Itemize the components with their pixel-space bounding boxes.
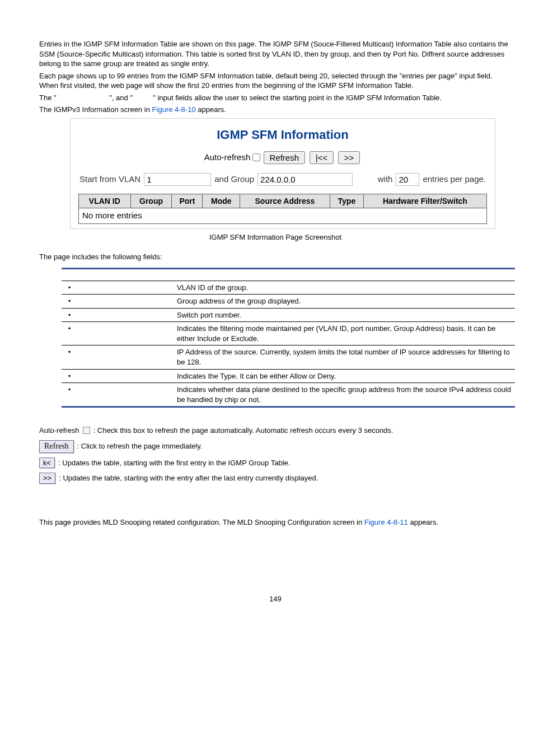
table-header-row: VLAN ID Group Port Mode Source Address T… — [79, 194, 487, 208]
figure-title: IGMP SFM Information — [78, 127, 487, 143]
table-empty-row: No more entries — [79, 208, 487, 223]
start-from-vlan-label: Start from VLAN — [79, 174, 140, 185]
buttons-description: Auto-refresh : Check this box to refresh… — [39, 426, 512, 484]
intro-para-3: The "Start from VLAN", and "Group" input… — [39, 93, 512, 103]
col-mode: Mode — [203, 194, 240, 208]
fields-row: •VLAN ID of the group. — [62, 281, 515, 295]
col-hw-filter: Hardware Filter/Switch — [363, 194, 486, 208]
entries-suffix-label: entries per page. — [423, 174, 486, 185]
footer-paragraph: This page provides MLD Snooping related … — [39, 517, 512, 528]
col-vlan-id: VLAN ID — [79, 194, 131, 208]
fields-lead: The page includes the following fields: — [39, 252, 512, 262]
with-label: with — [378, 174, 393, 185]
refresh-button[interactable]: Refresh — [264, 151, 306, 164]
intro-para-4: The IGMPv3 Information screen in Figure … — [39, 105, 512, 115]
filter-row: Start from VLAN and Group with entries p… — [79, 173, 486, 186]
next-page-button-icon: >> — [39, 473, 55, 484]
figure-link-4-8-11[interactable]: Figure 4-8-11 — [364, 518, 408, 526]
no-more-entries: No more entries — [79, 208, 487, 223]
auto-refresh-label: Auto-refresh — [204, 152, 251, 162]
intro-para-1: Entries in the IGMP SFM Information Tabl… — [39, 39, 512, 69]
col-port: Port — [172, 194, 203, 208]
checkbox-icon — [83, 427, 90, 434]
page-number: 149 — [39, 594, 512, 604]
first-page-button[interactable]: |<< — [310, 151, 334, 164]
fields-table: •VLAN ID of the group. •Group address of… — [62, 268, 515, 408]
next-page-button[interactable]: >> — [338, 151, 360, 164]
col-type: Type — [330, 194, 363, 208]
group-address-input[interactable] — [257, 173, 353, 186]
igmp-sfm-figure: IGMP SFM Information Auto-refresh Refres… — [70, 118, 495, 229]
start-vlan-input[interactable] — [144, 173, 211, 186]
next-page-desc: : Updates the table, starting with the e… — [59, 473, 318, 483]
and-group-label: and Group — [214, 174, 254, 185]
sfm-data-table: VLAN ID Group Port Mode Source Address T… — [78, 194, 487, 224]
figure-link-4-8-10[interactable]: Figure 4-8-10 — [152, 105, 196, 114]
figure-toolbar: Auto-refresh Refresh |<< >> — [78, 151, 487, 164]
refresh-desc: : Click to refresh the page immediately. — [77, 441, 203, 451]
auto-refresh-prefix: Auto-refresh — [39, 426, 79, 436]
auto-refresh-desc: : Check this box to refresh the page aut… — [93, 426, 394, 436]
fields-row: •Group address of the group displayed. — [62, 295, 515, 309]
first-page-desc: : Updates the table, starting with the f… — [58, 458, 290, 468]
entries-per-page-input[interactable] — [396, 173, 419, 186]
first-page-button-icon: k< — [39, 458, 55, 469]
fields-row: •Indicates the filtering mode maintained… — [62, 322, 515, 346]
auto-refresh-checkbox[interactable] — [252, 153, 260, 161]
fields-row: •Switch port number. — [62, 308, 515, 322]
figure-caption: IGMP SFM Information Page Screenshot — [39, 232, 512, 242]
refresh-button-icon: Refresh — [39, 440, 74, 453]
fields-header-row — [62, 268, 515, 281]
fields-row: •IP Address of the source. Currently, sy… — [62, 346, 515, 369]
col-src-addr: Source Address — [240, 194, 330, 208]
intro-para-2: Each page shows up to 99 entries from th… — [39, 71, 512, 91]
col-group: Group — [130, 194, 172, 208]
fields-row: •Indicates the Type. It can be either Al… — [62, 369, 515, 383]
fields-row: •Indicates whether data plane destined t… — [62, 383, 515, 407]
